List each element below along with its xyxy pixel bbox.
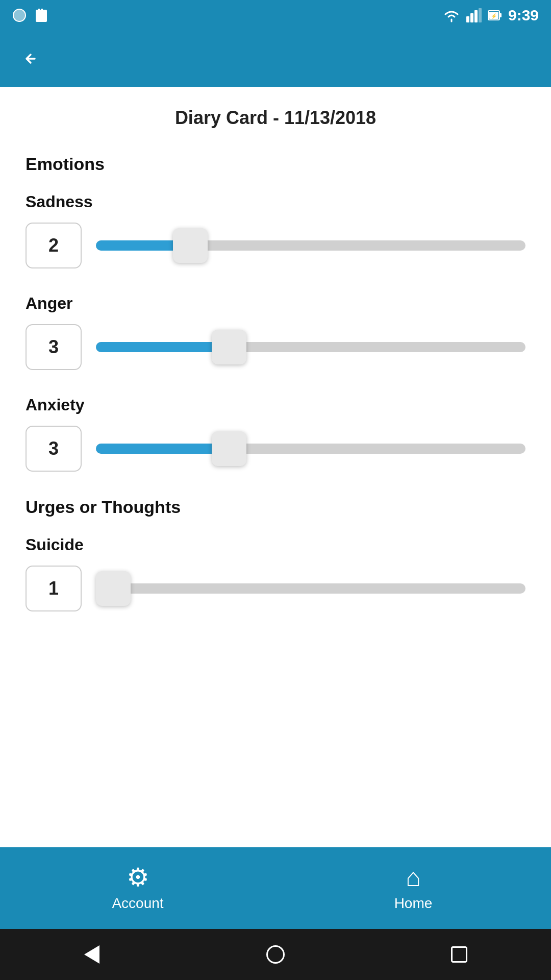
anger-item: Anger 3 bbox=[26, 294, 525, 370]
anxiety-value: 3 bbox=[26, 426, 82, 472]
sadness-value: 2 bbox=[26, 223, 82, 268]
wifi-icon bbox=[443, 8, 460, 22]
nav-account-label: Account bbox=[112, 895, 163, 912]
suicide-item: Suicide 1 bbox=[26, 535, 525, 611]
svg-rect-6 bbox=[474, 10, 478, 22]
svg-rect-5 bbox=[470, 13, 473, 22]
anger-slider-row: 3 bbox=[26, 324, 525, 370]
emotions-section-header: Emotions bbox=[26, 154, 525, 174]
android-home-button[interactable] bbox=[255, 934, 296, 975]
android-back-button[interactable] bbox=[71, 934, 112, 975]
sadness-slider-thumb[interactable] bbox=[173, 228, 208, 263]
anger-slider-container[interactable] bbox=[96, 324, 525, 370]
android-nav-bar bbox=[0, 929, 551, 980]
main-content: Diary Card - 11/13/2018 Emotions Sadness… bbox=[0, 87, 551, 847]
suicide-slider-track bbox=[96, 583, 525, 594]
anxiety-slider-track bbox=[96, 444, 525, 454]
anger-slider-thumb[interactable] bbox=[212, 330, 246, 364]
bottom-nav: ⚙ Account ⌂ Home bbox=[0, 847, 551, 929]
svg-rect-9 bbox=[499, 13, 502, 17]
sim-icon bbox=[12, 8, 27, 22]
sd-card-icon bbox=[35, 8, 48, 23]
android-recents-button[interactable] bbox=[439, 934, 480, 975]
svg-rect-2 bbox=[38, 9, 40, 12]
home-icon: ⌂ bbox=[406, 865, 421, 890]
sadness-slider-container[interactable] bbox=[96, 223, 525, 268]
suicide-value: 1 bbox=[26, 566, 82, 611]
anger-label: Anger bbox=[26, 294, 525, 313]
home-circle-icon bbox=[266, 945, 285, 964]
sadness-label: Sadness bbox=[26, 192, 525, 211]
anxiety-slider-container[interactable] bbox=[96, 426, 525, 472]
app-bar bbox=[0, 31, 551, 87]
back-button[interactable] bbox=[15, 43, 46, 74]
suicide-slider-thumb[interactable] bbox=[96, 571, 131, 606]
suicide-slider-container[interactable] bbox=[96, 566, 525, 611]
back-arrow-icon bbox=[20, 48, 41, 69]
status-time: 9:39 bbox=[508, 7, 539, 24]
gear-icon: ⚙ bbox=[127, 865, 149, 890]
sadness-slider-row: 2 bbox=[26, 223, 525, 268]
nav-home-button[interactable]: ⌂ Home bbox=[276, 847, 551, 929]
anxiety-label: Anxiety bbox=[26, 396, 525, 414]
back-triangle-icon bbox=[84, 945, 99, 964]
status-bar: ⚡ 9:39 bbox=[0, 0, 551, 31]
anger-slider-fill bbox=[96, 342, 229, 352]
signal-icon bbox=[466, 8, 482, 22]
svg-text:⚡: ⚡ bbox=[491, 13, 497, 19]
anger-value: 3 bbox=[26, 324, 82, 370]
anxiety-slider-row: 3 bbox=[26, 426, 525, 472]
nav-account-button[interactable]: ⚙ Account bbox=[0, 847, 276, 929]
svg-point-0 bbox=[13, 9, 26, 21]
svg-rect-7 bbox=[479, 8, 482, 22]
nav-home-label: Home bbox=[394, 895, 433, 912]
sadness-item: Sadness 2 bbox=[26, 192, 525, 268]
status-bar-right-icons: ⚡ 9:39 bbox=[443, 7, 539, 24]
urges-section: Urges or Thoughts Suicide 1 bbox=[26, 497, 525, 611]
page-title: Diary Card - 11/13/2018 bbox=[26, 107, 525, 129]
anxiety-item: Anxiety 3 bbox=[26, 396, 525, 472]
svg-rect-3 bbox=[41, 9, 43, 12]
anxiety-slider-thumb[interactable] bbox=[212, 431, 246, 466]
suicide-label: Suicide bbox=[26, 535, 525, 554]
anger-slider-track bbox=[96, 342, 525, 352]
emotions-section: Emotions Sadness 2 Anger 3 bbox=[26, 154, 525, 472]
suicide-slider-row: 1 bbox=[26, 566, 525, 611]
recents-square-icon bbox=[451, 946, 467, 963]
sadness-slider-track bbox=[96, 240, 525, 251]
urges-section-header: Urges or Thoughts bbox=[26, 497, 525, 517]
status-bar-left-icons bbox=[12, 8, 48, 23]
anxiety-slider-fill bbox=[96, 444, 229, 454]
svg-rect-4 bbox=[466, 16, 469, 22]
battery-icon: ⚡ bbox=[488, 8, 502, 22]
